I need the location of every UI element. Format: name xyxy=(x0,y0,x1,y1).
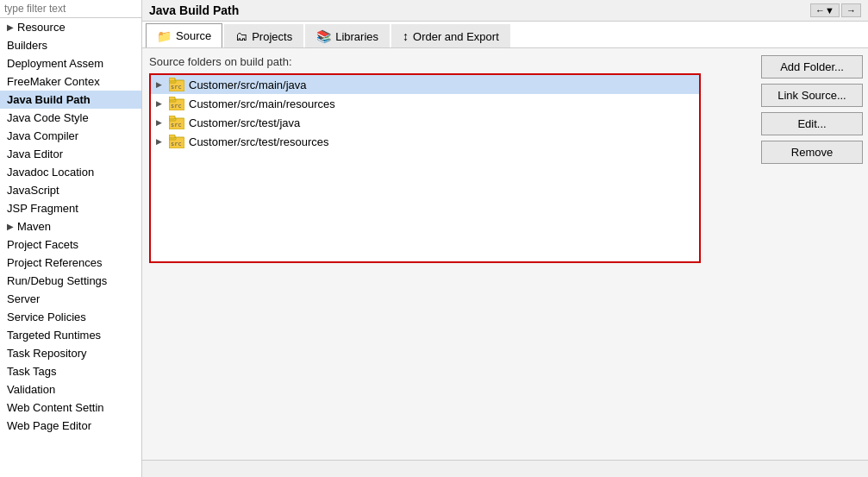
tab-order-and-export[interactable]: ↕Order and Export xyxy=(391,24,510,47)
sidebar-item-validation[interactable]: Validation xyxy=(0,380,141,399)
source-path: Customer/src/test/resources xyxy=(189,135,329,148)
tab-label: Source xyxy=(176,29,211,42)
folder-icon: src xyxy=(169,97,184,110)
sidebar-item-label: Task Tags xyxy=(7,365,57,378)
sidebar-item-java-compiler[interactable]: Java Compiler xyxy=(0,127,141,145)
sidebar-item-label: JSP Fragment xyxy=(7,202,78,215)
svg-text:src: src xyxy=(171,122,182,129)
bottom-status xyxy=(142,460,868,477)
sidebar-item-maven[interactable]: ▶Maven xyxy=(0,217,141,235)
source-item[interactable]: ▶ src Customer/src/main/resources xyxy=(151,94,699,113)
sidebar-item-service-policies[interactable]: Service Policies xyxy=(0,308,141,326)
main-content: Source folders on build path: ▶ src Cust… xyxy=(142,48,756,460)
sidebar-item-web-page-editor[interactable]: Web Page Editor xyxy=(0,417,141,435)
sidebar-item-label: Resource xyxy=(17,21,66,34)
source-path: Customer/src/main/resources xyxy=(189,97,335,110)
projects-tab-icon: 🗂 xyxy=(235,29,247,43)
sidebar-item-javadoc-location[interactable]: Javadoc Location xyxy=(0,163,141,181)
expand-arrow-icon: ▶ xyxy=(7,222,14,231)
sidebar-item-label: FreeMaker Contex xyxy=(7,75,100,88)
back-button[interactable]: ←▼ xyxy=(810,3,840,17)
sidebar-item-java-editor[interactable]: Java Editor xyxy=(0,145,141,163)
sidebar-item-label: Java Build Path xyxy=(7,93,91,106)
folder-icon: src xyxy=(169,116,184,129)
sidebar-item-label: Web Page Editor xyxy=(7,419,91,432)
sidebar-item-label: Javadoc Location xyxy=(7,166,94,179)
sidebar-item-javascript[interactable]: JavaScript xyxy=(0,181,141,199)
sidebar-item-deployment-assem[interactable]: Deployment Assem xyxy=(0,54,141,72)
sidebar-item-label: Java Editor xyxy=(7,147,63,160)
sidebar-item-web-content-settin[interactable]: Web Content Settin xyxy=(0,399,141,417)
source-path: Customer/src/test/java xyxy=(189,116,300,129)
remove-button[interactable]: Remove xyxy=(761,141,863,164)
item-expand-arrow-icon: ▶ xyxy=(156,137,165,146)
sidebar-item-label: Task Repository xyxy=(7,347,86,360)
svg-rect-6 xyxy=(169,97,175,100)
nav-arrows: ←▼ → xyxy=(810,3,861,17)
order-export-tab-icon: ↕ xyxy=(403,29,409,43)
source-item[interactable]: ▶ src Customer/src/test/java xyxy=(151,113,699,132)
tabs-bar: 📁Source🗂Projects📚Libraries↕Order and Exp… xyxy=(142,22,868,48)
sidebar-item-label: Builders xyxy=(7,39,47,52)
svg-rect-14 xyxy=(169,135,175,138)
source-item[interactable]: ▶ src Customer/src/test/resources xyxy=(151,132,699,151)
sidebar-item-label: Java Compiler xyxy=(7,129,78,142)
folder-icon: src xyxy=(169,135,184,148)
sidebar-item-run/debug-settings[interactable]: Run/Debug Settings xyxy=(0,272,141,290)
expand-arrow-icon: ▶ xyxy=(7,22,14,32)
tab-label: Order and Export xyxy=(413,30,499,43)
add-folder-button[interactable]: Add Folder... xyxy=(761,55,863,78)
svg-rect-2 xyxy=(169,78,175,81)
sidebar-item-jsp-fragment[interactable]: JSP Fragment xyxy=(0,199,141,217)
forward-button[interactable]: → xyxy=(841,3,861,17)
svg-text:src: src xyxy=(171,103,182,110)
sidebar-item-label: Maven xyxy=(17,220,51,233)
tab-projects[interactable]: 🗂Projects xyxy=(224,24,303,47)
link-source-button[interactable]: Link Source... xyxy=(761,84,863,107)
sidebar-item-label: Run/Debug Settings xyxy=(7,274,107,287)
content-area: Source folders on build path: ▶ src Cust… xyxy=(142,48,868,460)
sidebar-item-label: Project Facets xyxy=(7,238,78,251)
source-item[interactable]: ▶ src Customer/src/main/java xyxy=(151,75,699,94)
sidebar-item-freemaker-contex[interactable]: FreeMaker Contex xyxy=(0,72,141,91)
sidebar-item-label: Service Policies xyxy=(7,311,86,323)
svg-text:src: src xyxy=(171,141,182,147)
source-path: Customer/src/main/java xyxy=(189,78,307,91)
edit-button[interactable]: Edit... xyxy=(761,112,863,135)
item-expand-arrow-icon: ▶ xyxy=(156,99,165,108)
libraries-tab-icon: 📚 xyxy=(316,29,331,43)
item-expand-arrow-icon: ▶ xyxy=(156,118,165,127)
sidebar-item-resource[interactable]: ▶Resource xyxy=(0,18,141,36)
main-container: ▶ResourceBuildersDeployment AssemFreeMak… xyxy=(0,0,868,477)
sidebar-item-label: Server xyxy=(7,292,40,305)
sidebar-item-label: Project References xyxy=(7,256,103,269)
sidebar-item-targeted-runtimes[interactable]: Targeted Runtimes xyxy=(0,326,141,344)
action-buttons-panel: Add Folder...Link Source...Edit...Remove xyxy=(756,48,868,460)
tab-source[interactable]: 📁Source xyxy=(146,23,222,47)
sidebar-item-java-code-style[interactable]: Java Code Style xyxy=(0,109,141,127)
section-label: Source folders on build path: xyxy=(149,55,749,68)
tab-label: Projects xyxy=(252,30,292,43)
sidebar-item-label: Web Content Settin xyxy=(7,401,104,414)
source-tab-icon: 📁 xyxy=(157,29,172,43)
sidebar-item-project-references[interactable]: Project References xyxy=(0,254,141,272)
sidebar-item-label: Targeted Runtimes xyxy=(7,329,101,342)
tab-libraries[interactable]: 📚Libraries xyxy=(305,24,390,47)
tab-label: Libraries xyxy=(335,30,378,43)
sidebar-item-label: Validation xyxy=(7,383,55,396)
sidebar-item-project-facets[interactable]: Project Facets xyxy=(0,235,141,254)
sidebar-item-server[interactable]: Server xyxy=(0,290,141,308)
right-panel: Java Build Path ←▼ → 📁Source🗂Projects📚Li… xyxy=(142,0,868,477)
sidebar-item-java-build-path[interactable]: Java Build Path xyxy=(0,91,141,109)
sidebar-item-label: JavaScript xyxy=(7,184,59,197)
sidebar-item-task-tags[interactable]: Task Tags xyxy=(0,362,141,380)
svg-text:src: src xyxy=(171,84,182,91)
panel-header: Java Build Path ←▼ → xyxy=(142,0,868,22)
sidebar-item-builders[interactable]: Builders xyxy=(0,36,141,54)
sidebar-item-label: Deployment Assem xyxy=(7,57,103,70)
source-list: ▶ src Customer/src/main/java▶ src Custom… xyxy=(149,73,701,263)
item-expand-arrow-icon: ▶ xyxy=(156,80,165,89)
sidebar-item-task-repository[interactable]: Task Repository xyxy=(0,344,141,362)
panel-title: Java Build Path xyxy=(149,3,239,17)
filter-input[interactable] xyxy=(0,0,141,18)
